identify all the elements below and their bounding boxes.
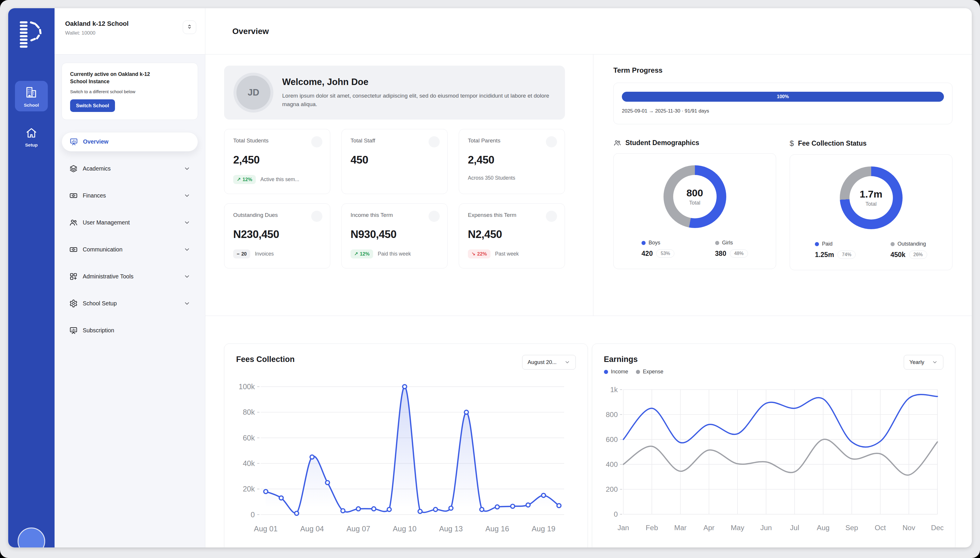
fee-collection-status-panel: $ Fee Collection Status 1.7m Total — [790, 139, 952, 270]
switch-school-button[interactable]: Switch School — [70, 99, 115, 112]
users-group-icon — [613, 139, 621, 147]
stat-icon-placeholder — [311, 136, 322, 148]
stat-card-income-this-term: Income this Term N930,450 ↗12% Paid this… — [341, 204, 448, 268]
nav-item-finances[interactable]: Finances — [62, 186, 198, 205]
grid-plus-icon — [69, 272, 78, 281]
school-switcher-button[interactable] — [183, 21, 196, 34]
svg-text:Jan: Jan — [618, 524, 629, 532]
earnings-chart-title: Earnings — [604, 355, 664, 364]
user-avatar[interactable] — [18, 527, 45, 547]
nav-label: Subscription — [83, 327, 114, 334]
svg-text:Jul: Jul — [790, 524, 799, 532]
welcome-body: Lorem ipsum dolor sit amet, consectetur … — [282, 92, 553, 109]
presentation-chart-icon — [69, 138, 78, 146]
fee-status-card: 1.7m Total Paid 1.25m74% Outst — [790, 154, 952, 270]
stat-icon-placeholder — [546, 136, 557, 148]
trend-badge: ↘22% — [468, 249, 491, 258]
brand-logo-icon — [17, 21, 46, 51]
nav-item-communication[interactable]: Communication — [62, 240, 198, 259]
nav-item-school-setup[interactable]: School Setup — [62, 294, 198, 313]
earnings-legend: Income Expense — [604, 369, 664, 375]
earnings-period-dropdown[interactable]: Yearly — [904, 355, 943, 369]
term-progress-bar: 100% — [622, 92, 944, 102]
rail-item-setup[interactable]: Setup — [25, 126, 38, 148]
rail-item-setup-label: Setup — [25, 143, 38, 148]
demographics-card: 800 Total Boys 42053% Girls — [613, 153, 776, 269]
svg-text:Sep: Sep — [845, 524, 858, 532]
svg-text:Aug 04: Aug 04 — [300, 525, 324, 533]
stat-card-total-students: Total Students 2,450 ↗12% Active this se… — [224, 129, 330, 194]
nav-label: Academics — [83, 165, 110, 172]
chevron-down-icon — [184, 300, 190, 307]
svg-text:Feb: Feb — [646, 524, 658, 532]
svg-text:800: 800 — [606, 410, 618, 419]
nav-label: Overview — [83, 138, 109, 145]
donut-section: Student Demographics 800 Total — [613, 139, 952, 270]
legend-girls: Girls 38048% — [715, 240, 748, 258]
nav-item-subscription[interactable]: Subscription — [62, 321, 198, 340]
term-progress-percent: 100% — [777, 94, 789, 99]
earnings-line-chart: 02004006008001kJanFebMarAprMayJunJulAugS… — [604, 382, 944, 536]
nav-label: Administrative Tools — [83, 273, 133, 280]
nav-item-overview[interactable]: Overview — [62, 132, 198, 151]
page-background: School Setup Oakland k-12 School Wallet:… — [0, 0, 980, 558]
main-content: Overview JD Welcome, John Doe Lorem ipsu… — [205, 8, 972, 547]
welcome-card: JD Welcome, John Doe Lorem ipsum dolor s… — [224, 66, 565, 120]
nav-item-user-management[interactable]: User Management — [62, 213, 198, 232]
page-title: Overview — [232, 27, 269, 36]
svg-text:400: 400 — [606, 460, 618, 468]
svg-text:Oct: Oct — [875, 524, 886, 532]
charts-section: Fees Collection August 20... 020k40k60k8… — [205, 316, 972, 547]
trend-down-icon: ↘ — [471, 251, 476, 257]
svg-text:Aug: Aug — [817, 524, 830, 532]
nav-item-academics[interactable]: Academics — [62, 159, 198, 179]
fees-month-dropdown[interactable]: August 20... — [522, 355, 576, 369]
svg-text:1k: 1k — [610, 386, 618, 394]
stat-icon-placeholder — [546, 211, 557, 222]
chevron-down-icon — [184, 165, 190, 172]
stat-card-outstanding-dues: Outstanding Dues N230,450 −20 Invoices — [224, 204, 330, 268]
trend-badge: ↗12% — [351, 249, 373, 258]
chevron-down-icon — [184, 246, 190, 253]
nav-label: User Management — [83, 219, 130, 226]
stat-card-expenses-this-term: Expenses this Term N2,450 ↘22% Past week — [459, 204, 565, 268]
demographics-donut-chart: 800 Total — [664, 165, 726, 228]
svg-text:0: 0 — [251, 510, 255, 519]
stat-icon-placeholder — [428, 136, 440, 148]
nav-label: Communication — [83, 246, 122, 253]
svg-text:Nov: Nov — [902, 524, 915, 532]
fees-line-chart: 020k40k60k80k100kAug 01Aug 04Aug 07Aug 1… — [236, 377, 576, 537]
svg-text:May: May — [731, 524, 744, 532]
stats-grid: Total Students 2,450 ↗12% Active this se… — [224, 129, 565, 268]
income-legend-dot — [604, 370, 608, 374]
dollar-icon: $ — [790, 139, 794, 148]
svg-text:Aug 16: Aug 16 — [486, 525, 509, 533]
svg-text:Aug 10: Aug 10 — [393, 525, 417, 533]
fees-collection-card: Fees Collection August 20... 020k40k60k8… — [224, 343, 588, 547]
app-rail: School Setup — [8, 8, 54, 547]
svg-text:600: 600 — [606, 435, 618, 443]
nav-item-administrative-tools[interactable]: Administrative Tools — [62, 267, 198, 286]
term-progress-range: 2025-09-01 → 2025-11-30 · 91/91 days — [622, 108, 944, 114]
sidebar: Oakland k-12 School Wallet: 10000 Curren… — [54, 8, 205, 547]
svg-text:Apr: Apr — [703, 524, 714, 532]
svg-text:Aug 01: Aug 01 — [254, 525, 278, 533]
svg-text:Mar: Mar — [674, 524, 686, 532]
active-school-title: Currently active on Oakland k-12 School … — [70, 71, 167, 85]
stat-card-total-parents: Total Parents 2,450 Across 350 Students — [459, 129, 565, 194]
trend-up-icon: ↗ — [237, 177, 241, 182]
student-demographics-panel: Student Demographics 800 Total — [613, 139, 776, 270]
sidebar-body: Currently active on Oakland k-12 School … — [54, 54, 205, 356]
banknote-icon — [69, 191, 78, 200]
count-badge: −20 — [233, 249, 250, 258]
expense-legend-dot — [636, 370, 640, 374]
chevron-up-down-icon — [186, 23, 193, 31]
sidebar-nav: Overview Academics — [62, 132, 198, 348]
fee-status-donut-chart: 1.7m Total — [840, 166, 903, 229]
gear-icon — [69, 299, 78, 308]
rail-item-school[interactable]: School — [15, 81, 48, 112]
chevron-down-icon — [184, 273, 190, 280]
minus-icon: − — [237, 251, 240, 257]
stat-icon-placeholder — [311, 211, 322, 222]
nav-label: Finances — [83, 192, 106, 199]
